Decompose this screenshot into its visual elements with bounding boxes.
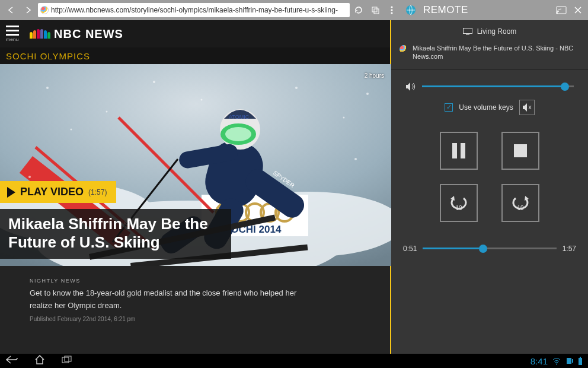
storage-icon — [565, 357, 574, 365]
favicon-icon — [40, 6, 49, 14]
site-header: menu NBC NEWS — [0, 20, 390, 47]
svg-point-36 — [46, 87, 49, 89]
skip-fwd-label: 10 — [517, 205, 523, 211]
volume-icon — [405, 82, 416, 91]
svg-rect-52 — [572, 359, 573, 363]
hero-video[interactable]: SOCHI 2014 SPYDER ATOMIC — [0, 64, 391, 266]
svg-rect-49 — [65, 356, 71, 361]
svg-rect-46 — [463, 28, 472, 34]
tabs-button[interactable] — [368, 2, 383, 18]
svg-point-3 — [391, 9, 392, 11]
tv-icon — [463, 28, 472, 35]
now-playing: Mikaela Shiffrin May Be the Future of U.… — [391, 40, 588, 70]
svg-point-44 — [28, 176, 31, 178]
svg-rect-54 — [580, 357, 581, 358]
url-input[interactable] — [51, 6, 347, 14]
svg-point-4 — [391, 12, 392, 14]
svg-point-37 — [106, 111, 108, 113]
stop-icon — [514, 144, 527, 157]
site-menu-button[interactable]: menu — [6, 26, 19, 42]
system-back-button[interactable] — [6, 356, 18, 366]
article-kicker: NIGHTLY NEWS — [30, 278, 360, 284]
progress-slider[interactable] — [423, 248, 556, 249]
svg-point-43 — [71, 129, 72, 131]
article-footer: NIGHTLY NEWS Get to know the 18-year-old… — [0, 266, 390, 328]
svg-rect-48 — [62, 357, 69, 363]
volume-row — [391, 70, 588, 97]
progress-total: 1:57 — [563, 245, 576, 253]
mute-button[interactable] — [519, 100, 535, 115]
progress-row: 0:51 1:57 — [391, 234, 588, 264]
skip-back-label: 10 — [455, 205, 462, 211]
reload-button[interactable] — [351, 2, 366, 18]
back-button[interactable] — [2, 2, 19, 18]
system-navigation-bar: 8:41 — [0, 354, 588, 368]
svg-rect-53 — [579, 358, 582, 365]
hero-timestamp: 2 hours — [365, 72, 384, 79]
svg-point-50 — [556, 364, 557, 365]
svg-point-41 — [343, 117, 345, 119]
article-published: Published February 22nd 2014, 6:21 pm — [30, 316, 360, 322]
play-video-button[interactable]: PLAY VIDEO (1:57) — [0, 181, 116, 203]
remote-title: REMOTE — [423, 4, 468, 16]
play-icon — [7, 187, 15, 198]
now-playing-title: Mikaela Shiffrin May Be the Future of U.… — [413, 44, 580, 61]
headline-box: Mikaela Shiffrin May Be the Future of U.… — [0, 209, 231, 259]
headline: Mikaela Shiffrin May Be the Future of U.… — [8, 215, 222, 252]
skip-forward-button[interactable]: 10 — [501, 184, 539, 222]
system-recents-button[interactable] — [62, 356, 72, 366]
cast-target-label: Living Room — [477, 27, 517, 36]
svg-point-28 — [225, 127, 251, 141]
menu-overflow-button[interactable] — [384, 2, 400, 18]
remote-panel: Living Room Mikaela Shiffrin May Be the … — [391, 20, 588, 354]
svg-rect-1 — [374, 9, 379, 14]
url-bar[interactable] — [38, 3, 350, 17]
progress-current: 0:51 — [403, 245, 417, 253]
svg-point-40 — [295, 87, 298, 89]
use-volume-keys-label: Use volume keys — [459, 103, 513, 112]
use-volume-keys-checkbox[interactable]: ✓ — [445, 103, 453, 112]
battery-icon — [579, 357, 582, 365]
peacock-icon — [30, 29, 50, 39]
cast-icon[interactable] — [554, 2, 569, 18]
skip-back-button[interactable]: 10 — [440, 184, 478, 222]
now-playing-favicon-icon — [400, 45, 408, 53]
stop-button[interactable] — [501, 132, 539, 170]
svg-point-2 — [391, 6, 392, 8]
pause-icon — [452, 143, 465, 158]
pause-button[interactable] — [440, 132, 478, 170]
globe-icon[interactable] — [403, 2, 418, 18]
volume-options: ✓ Use volume keys — [391, 97, 588, 126]
svg-rect-0 — [372, 7, 377, 12]
control-grid: 10 10 — [391, 126, 588, 234]
article-summary: Get to know the 18-year-old gold medalis… — [30, 287, 302, 312]
svg-point-39 — [201, 99, 203, 101]
close-button[interactable] — [570, 2, 586, 18]
site-logo[interactable]: NBC NEWS — [30, 27, 123, 41]
svg-point-38 — [153, 81, 155, 83]
cast-target[interactable]: Living Room — [391, 20, 588, 40]
forward-button[interactable] — [20, 2, 37, 18]
system-status: 8:41 — [531, 356, 582, 366]
svg-point-7 — [557, 12, 558, 14]
brand-text: NBC NEWS — [54, 27, 123, 41]
wifi-icon — [552, 357, 561, 365]
category-label: SOCHI OLYMPICS — [6, 51, 90, 61]
play-duration: (1:57) — [88, 188, 107, 196]
svg-text:ATOMIC: ATOMIC — [229, 114, 250, 120]
svg-point-42 — [366, 93, 369, 95]
system-home-button[interactable] — [34, 355, 45, 367]
category-bar[interactable]: SOCHI OLYMPICS — [0, 47, 390, 64]
svg-point-45 — [354, 158, 357, 160]
svg-rect-51 — [567, 358, 571, 364]
menu-label: menu — [6, 37, 19, 42]
volume-slider[interactable] — [422, 85, 574, 87]
app-toolbar: REMOTE — [0, 0, 588, 20]
web-content: menu NBC NEWS SOCHI OLYMPICS — [0, 20, 391, 354]
play-label: PLAY VIDEO — [20, 186, 84, 198]
system-clock: 8:41 — [531, 356, 548, 366]
